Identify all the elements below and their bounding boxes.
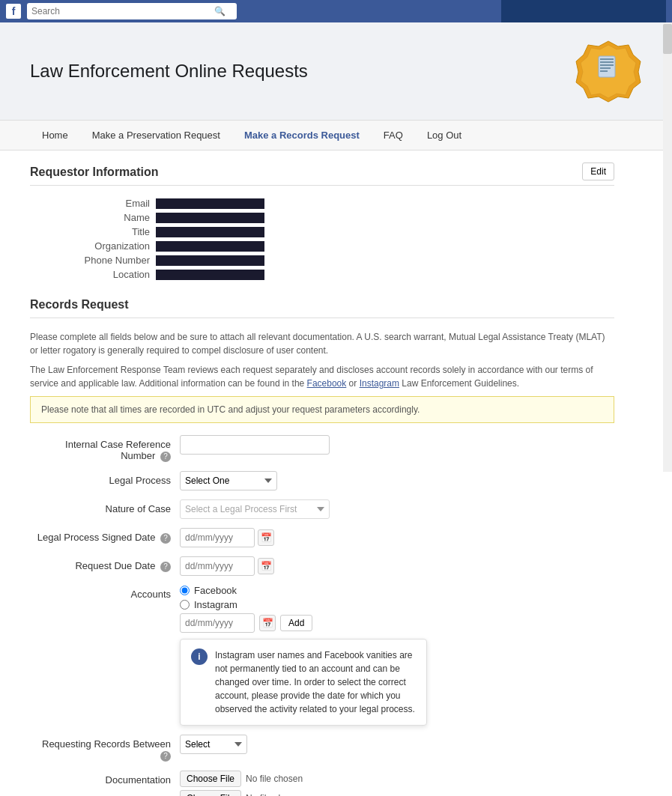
fb-navbar: f 🔍 (0, 0, 672, 22)
due-date-input[interactable] (180, 556, 255, 576)
signed-date-wrap: 📅 (180, 528, 274, 547)
location-label: Location (75, 269, 150, 280)
documentation-files: Choose File No file chosen Choose File N… (180, 771, 435, 796)
page-title: Law Enforcement Online Requests (30, 61, 308, 82)
internal-case-row: Internal Case Reference Number ? (30, 435, 614, 462)
due-date-row: Request Due Date ? 📅 (30, 556, 614, 576)
facebook-option-row: Facebook (180, 585, 427, 596)
accounts-wrap: Facebook Instagram 📅 Add i Instagram use… (180, 585, 427, 726)
instagram-option-label: Instagram (194, 599, 237, 610)
facebook-link[interactable]: Facebook (307, 378, 347, 389)
svg-rect-3 (600, 58, 614, 60)
signed-date-calendar-icon[interactable]: 📅 (258, 529, 274, 546)
nav-preservation[interactable]: Make a Preservation Request (80, 121, 232, 150)
facebook-option-label: Facebook (194, 585, 237, 596)
fb-logo-icon: f (6, 4, 21, 19)
phone-value (156, 255, 264, 266)
main-content: Requestor Information Edit Email Name Ti… (0, 151, 644, 796)
nav-home[interactable]: Home (30, 121, 80, 150)
signed-date-row: Legal Process Signed Date ? 📅 (30, 528, 614, 547)
choose-file-2-button[interactable]: Choose File (180, 790, 241, 796)
email-label: Email (75, 198, 150, 209)
account-date-calendar-icon[interactable]: 📅 (259, 615, 276, 631)
tooltip-info-icon: i (191, 648, 208, 665)
location-value (156, 270, 264, 280)
doc-file-2: Choose File No file chosen (180, 790, 435, 796)
organization-label: Organization (75, 240, 150, 252)
no-file-2-text: No file chosen (246, 793, 303, 796)
info-row-phone: Phone Number (75, 255, 614, 266)
nav-records[interactable]: Make a Records Request (232, 121, 372, 150)
tooltip-text: Instagram user names and Facebook vaniti… (215, 648, 416, 716)
account-date-row: 📅 Add (180, 613, 427, 633)
choose-file-1-button[interactable]: Choose File (180, 771, 241, 787)
main-navigation: Home Make a Preservation Request Make a … (0, 121, 672, 151)
accounts-label: Accounts (30, 585, 180, 600)
instagram-radio[interactable] (180, 600, 190, 610)
account-tooltip: i Instagram user names and Facebook vani… (180, 639, 427, 726)
info-row-email: Email (75, 198, 614, 209)
due-date-help[interactable]: ? (160, 562, 171, 572)
no-file-1-text: No file chosen (246, 774, 303, 784)
due-date-wrap: 📅 (180, 556, 274, 576)
disclaimer-1: Please complete all fields below and be … (30, 330, 614, 357)
title-label: Title (75, 226, 150, 237)
internal-case-help[interactable]: ? (160, 452, 171, 462)
nature-case-select[interactable]: Select a Legal Process First (180, 499, 330, 519)
nature-case-row: Nature of Case Select a Legal Process Fi… (30, 499, 614, 519)
svg-rect-5 (600, 64, 614, 66)
internal-case-input[interactable] (180, 435, 330, 455)
legal-process-row: Legal Process Select One (30, 471, 614, 490)
nav-faq[interactable]: FAQ (372, 121, 415, 150)
requesting-between-help[interactable]: ? (160, 751, 171, 762)
legal-process-select[interactable]: Select One (180, 471, 277, 490)
scrollbar[interactable] (663, 22, 672, 472)
badge-icon (575, 37, 642, 105)
instagram-link[interactable]: Instagram (360, 378, 399, 389)
info-row-organization: Organization (75, 240, 614, 252)
svg-rect-6 (600, 67, 611, 69)
requesting-between-row: Requesting Records Between ? Select (30, 735, 614, 762)
svg-rect-7 (600, 70, 608, 72)
nav-right-area (501, 0, 666, 22)
due-date-label: Request Due Date ? (30, 556, 180, 572)
signed-date-label: Legal Process Signed Date ? (30, 528, 180, 544)
account-date-input[interactable] (180, 613, 255, 633)
signed-date-input[interactable] (180, 528, 255, 547)
edit-button[interactable]: Edit (582, 162, 614, 180)
search-icon: 🔍 (214, 6, 225, 16)
email-value (156, 198, 264, 209)
add-account-button[interactable]: Add (280, 615, 312, 631)
records-section-title: Records Request (30, 298, 614, 318)
requesting-between-select[interactable]: Select (180, 735, 247, 754)
due-date-calendar-icon[interactable]: 📅 (258, 558, 274, 574)
internal-case-label: Internal Case Reference Number ? (30, 435, 180, 462)
signed-date-help[interactable]: ? (160, 533, 171, 544)
documentation-row: Documentation Choose File No file chosen… (30, 771, 614, 796)
organization-value (156, 241, 264, 252)
facebook-radio[interactable] (180, 586, 190, 595)
doc-file-1: Choose File No file chosen (180, 771, 435, 787)
requesting-between-label: Requesting Records Between ? (30, 735, 180, 762)
search-box[interactable]: 🔍 (27, 3, 237, 19)
requestor-section-title: Requestor Information Edit (30, 165, 614, 186)
accounts-row: Accounts Facebook Instagram 📅 Add i (30, 585, 614, 726)
legal-process-label: Legal Process (30, 471, 180, 486)
name-value (156, 213, 264, 223)
requestor-section: Requestor Information Edit Email Name Ti… (30, 165, 614, 280)
search-input[interactable] (31, 6, 211, 16)
info-row-title: Title (75, 226, 614, 237)
records-section: Records Request Please complete all fiel… (30, 298, 614, 796)
phone-label: Phone Number (75, 255, 150, 266)
utc-notice: Please note that all times are recorded … (30, 396, 614, 423)
nav-logout[interactable]: Log Out (415, 121, 473, 150)
svg-rect-4 (600, 61, 614, 63)
name-label: Name (75, 212, 150, 223)
requestor-info-table: Email Name Title Organization Phone Numb… (75, 198, 614, 280)
info-row-location: Location (75, 269, 614, 280)
nature-case-label: Nature of Case (30, 499, 180, 514)
info-row-name: Name (75, 212, 614, 223)
scroll-thumb[interactable] (663, 24, 672, 54)
instagram-option-row: Instagram (180, 599, 427, 610)
page-header: Law Enforcement Online Requests (0, 22, 672, 121)
